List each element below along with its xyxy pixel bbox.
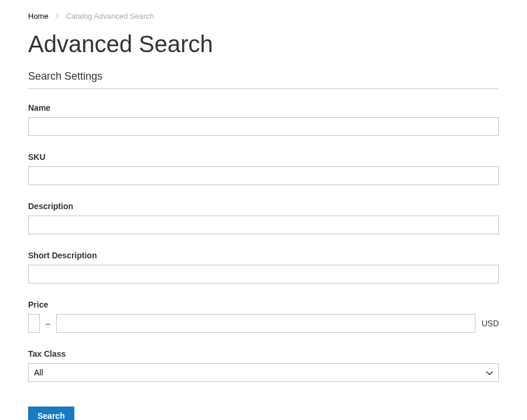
name-label: Name bbox=[28, 103, 499, 112]
short-description-input[interactable] bbox=[28, 265, 499, 284]
short-description-label: Short Description bbox=[28, 251, 499, 260]
sku-input[interactable] bbox=[28, 166, 499, 185]
breadcrumb-current: Catalog Advanced Search bbox=[66, 12, 154, 21]
description-label: Description bbox=[28, 202, 499, 211]
breadcrumb: Home Catalog Advanced Search bbox=[28, 12, 499, 21]
page-title: Advanced Search bbox=[28, 31, 499, 57]
description-input[interactable] bbox=[28, 216, 499, 234]
price-from-input[interactable] bbox=[28, 314, 40, 333]
name-input[interactable] bbox=[28, 117, 499, 136]
chevron-right-icon bbox=[56, 12, 59, 21]
tax-class-label: Tax Class bbox=[28, 349, 499, 358]
sku-label: SKU bbox=[28, 152, 499, 162]
price-to-input[interactable] bbox=[56, 314, 476, 333]
tax-class-select[interactable]: All bbox=[28, 363, 499, 382]
section-legend: Search Settings bbox=[28, 70, 499, 89]
search-button[interactable]: Search bbox=[28, 407, 74, 420]
price-currency-label: USD bbox=[481, 319, 499, 328]
advanced-search-form: Name SKU Description Short Description P… bbox=[28, 103, 499, 420]
price-range-separator: – bbox=[46, 319, 50, 328]
price-label: Price bbox=[28, 300, 499, 309]
breadcrumb-home-link[interactable]: Home bbox=[28, 12, 49, 21]
